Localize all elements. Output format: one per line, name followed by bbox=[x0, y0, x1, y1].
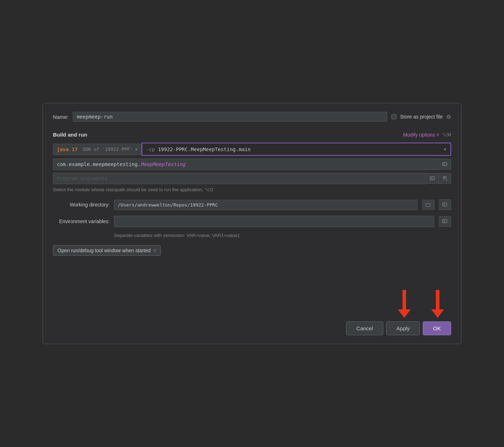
prog-args-expand-icon[interactable] bbox=[426, 173, 439, 184]
arrow-body-apply bbox=[402, 290, 406, 309]
arrow-apply bbox=[398, 290, 411, 318]
working-dir-folder-icon[interactable] bbox=[422, 200, 434, 210]
prog-args-multiline-icon[interactable] bbox=[439, 173, 451, 184]
run-config-dialog: Name: Store as project file ⚙ Build and … bbox=[43, 103, 461, 344]
prog-args-field[interactable]: Program arguments bbox=[53, 173, 426, 184]
env-vars-hint: Separate variables with semicolon: VAR=v… bbox=[114, 233, 451, 238]
store-project-file-checkbox[interactable] bbox=[391, 114, 396, 119]
classpath-dropdown[interactable]: -cp 19922-PPRC.MeepMeepTesting.main ▾ bbox=[142, 143, 451, 156]
name-input[interactable] bbox=[73, 112, 387, 122]
classpath-dropdown-arrow: ▾ bbox=[443, 146, 447, 153]
svg-rect-5 bbox=[431, 178, 433, 179]
apply-button[interactable]: Apply bbox=[386, 321, 420, 335]
env-vars-browse-icon[interactable] bbox=[439, 216, 451, 227]
modify-options-label: Modify options bbox=[403, 132, 435, 138]
bottom-area: Cancel Apply OK bbox=[343, 290, 451, 335]
buttons-row: Cancel Apply OK bbox=[343, 321, 451, 335]
svg-rect-4 bbox=[431, 178, 432, 178]
arrow-tip-apply bbox=[398, 309, 411, 318]
cancel-button[interactable]: Cancel bbox=[346, 321, 383, 335]
sdk-name-label: SDK of '19922-PPF' bbox=[80, 147, 133, 152]
section-title: Build and run bbox=[53, 132, 87, 138]
classpath-value: 19922-PPRC.MeepMeepTesting.main bbox=[158, 147, 251, 152]
classpath-text: -cp 19922-PPRC.MeepMeepTesting.main bbox=[146, 147, 443, 152]
working-dir-field[interactable]: /Users/andrewwelton/Repos/19922-PPRC bbox=[114, 200, 418, 210]
main-class-row: com.example.meepmeeptesting.MeepMeepTest… bbox=[53, 159, 451, 170]
sdk-java-label: java 17 bbox=[57, 147, 78, 152]
tag-close-button[interactable]: × bbox=[153, 248, 156, 253]
sdk-dropdown[interactable]: java 17 SDK of '19922-PPF' ▾ bbox=[53, 144, 142, 155]
arrow-tip-ok bbox=[431, 309, 444, 318]
working-dir-browse-icon[interactable] bbox=[439, 199, 451, 210]
svg-rect-11 bbox=[443, 221, 445, 222]
svg-rect-0 bbox=[443, 162, 447, 166]
modify-options-shortcut: ⌥M bbox=[442, 132, 451, 137]
svg-rect-7 bbox=[443, 204, 445, 204]
arrow-ok bbox=[431, 290, 444, 318]
prog-args-row: Program arguments bbox=[53, 173, 451, 184]
name-label: Name: bbox=[53, 114, 69, 120]
ok-button[interactable]: OK bbox=[423, 321, 451, 335]
modify-options-button[interactable]: Modify options ∨ ⌥M bbox=[403, 132, 451, 138]
sdk-classpath-row: java 17 SDK of '19922-PPF' ▾ -cp 19922-P… bbox=[53, 143, 451, 156]
chevron-down-icon: ∨ bbox=[437, 132, 439, 137]
svg-rect-8 bbox=[443, 205, 445, 205]
header-row: Name: Store as project file ⚙ bbox=[53, 112, 451, 122]
working-dir-label: Working directory: bbox=[53, 202, 110, 208]
tag-chip: Open run/debug tool window when started … bbox=[53, 245, 161, 256]
env-vars-row: Environment variables: bbox=[53, 216, 451, 227]
section-header: Build and run Modify options ∨ ⌥M bbox=[53, 132, 451, 138]
arrow-body-ok bbox=[436, 290, 439, 309]
main-class-field[interactable]: com.example.meepmeeptesting.MeepMeepTest… bbox=[53, 159, 439, 170]
prog-args-placeholder: Program arguments bbox=[57, 176, 108, 181]
svg-rect-9 bbox=[443, 220, 447, 223]
project-file-area: Store as project file ⚙ bbox=[391, 114, 451, 120]
cp-flag: -cp bbox=[146, 147, 158, 152]
svg-rect-1 bbox=[443, 164, 445, 164]
arrows-row bbox=[398, 290, 451, 318]
env-vars-field[interactable] bbox=[114, 216, 434, 227]
svg-rect-2 bbox=[443, 164, 445, 165]
main-class-cls: MeepMeepTesting bbox=[141, 161, 185, 167]
svg-rect-10 bbox=[443, 221, 445, 221]
env-vars-label: Environment variables: bbox=[53, 219, 110, 224]
working-dir-value: /Users/andrewwelton/Repos/19922-PPRC bbox=[118, 202, 218, 208]
tag-label: Open run/debug tool window when started bbox=[57, 248, 150, 253]
main-class-pkg: com.example.meepmeeptesting. bbox=[57, 161, 141, 167]
gear-icon[interactable]: ⚙ bbox=[446, 114, 451, 120]
svg-rect-6 bbox=[443, 203, 447, 206]
svg-rect-3 bbox=[430, 177, 434, 180]
help-text: Select the module whose classpath should… bbox=[53, 187, 451, 192]
sdk-dropdown-arrow: ▾ bbox=[135, 147, 138, 152]
working-dir-row: Working directory: /Users/andrewwelton/R… bbox=[53, 199, 451, 210]
main-class-browse-icon[interactable] bbox=[439, 159, 451, 170]
store-project-file-label: Store as project file bbox=[400, 114, 443, 120]
